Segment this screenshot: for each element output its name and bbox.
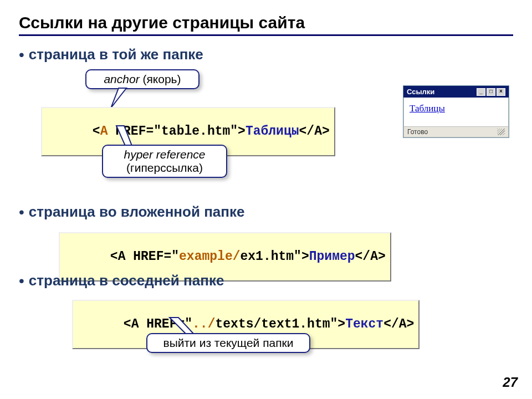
callout-exit: выйти из текущей папки bbox=[146, 333, 310, 353]
maximize-icon[interactable]: □ bbox=[487, 88, 495, 96]
code2-pre: <A HREF=" bbox=[110, 249, 179, 264]
slide: Ссылки на другие страницы сайта • страни… bbox=[0, 0, 532, 399]
code1-linktext: Таблицы bbox=[245, 124, 299, 139]
code1-a: A bbox=[100, 124, 108, 139]
callout-anchor-paren: (якорь) bbox=[140, 73, 181, 85]
page-title: Ссылки на другие страницы сайта bbox=[19, 13, 513, 32]
code3-linktext: Текст bbox=[345, 317, 383, 331]
section-nested-folder: • страница во вложенной папке <A HREF="e… bbox=[19, 203, 513, 270]
bullet-2: • страница во вложенной папке bbox=[19, 203, 513, 221]
mini-link[interactable]: Таблицы bbox=[410, 103, 445, 114]
page-number: 27 bbox=[503, 375, 518, 390]
bullet-1-text: страница в той же папке bbox=[29, 46, 203, 63]
bullet-dot-icon: • bbox=[19, 273, 24, 289]
code2-close: </A> bbox=[355, 249, 386, 264]
mini-window-buttons: _ □ × bbox=[477, 88, 505, 96]
mini-status-text: Готово bbox=[407, 128, 428, 136]
svg-marker-0 bbox=[111, 88, 126, 108]
callout-href-line2: (гиперссылка) bbox=[112, 161, 217, 175]
mini-body: Таблицы bbox=[403, 98, 509, 127]
bullet-1: • страница в той же папке bbox=[19, 46, 513, 63]
callout-anchor: anchor (якорь) bbox=[85, 69, 200, 89]
code1-open: < bbox=[93, 124, 100, 139]
mini-titlebar: Ссылки _ □ × bbox=[403, 86, 509, 98]
resize-grip-icon[interactable] bbox=[497, 129, 505, 135]
code2-path: example/ bbox=[179, 249, 240, 264]
code2-linktext: Пример bbox=[309, 249, 355, 264]
title-divider bbox=[19, 34, 513, 36]
minimize-icon[interactable]: _ bbox=[477, 88, 485, 96]
code3-close: </A> bbox=[383, 317, 414, 331]
mini-title: Ссылки bbox=[407, 88, 434, 96]
svg-marker-2 bbox=[170, 318, 194, 334]
bullet-3-text: страница в соседней папке bbox=[29, 272, 224, 289]
bullet-2-text: страница во вложенной папке bbox=[29, 203, 245, 221]
code2-file: ex1.htm"> bbox=[240, 249, 309, 264]
bullet-dot-icon: • bbox=[19, 47, 24, 63]
svg-marker-1 bbox=[116, 126, 132, 146]
mini-statusbar: Готово bbox=[403, 127, 509, 137]
callout-href-line1: hyper reference bbox=[112, 148, 217, 161]
mini-browser-window: Ссылки _ □ × Таблицы Готово bbox=[403, 86, 509, 137]
bullet-dot-icon: • bbox=[19, 204, 24, 220]
close-icon[interactable]: × bbox=[497, 88, 505, 96]
callout-exit-text: выйти из текущей папки bbox=[163, 336, 294, 349]
code1-close: </A> bbox=[299, 124, 330, 139]
section-sibling-folder: • страница в соседней папке <A HREF="../… bbox=[19, 272, 513, 366]
callout-href: hyper reference (гиперссылка) bbox=[102, 145, 227, 178]
code3-file: texts/text1.htm"> bbox=[215, 317, 345, 331]
callout-anchor-main: anchor bbox=[104, 73, 139, 85]
bullet-3: • страница в соседней папке bbox=[19, 272, 513, 289]
